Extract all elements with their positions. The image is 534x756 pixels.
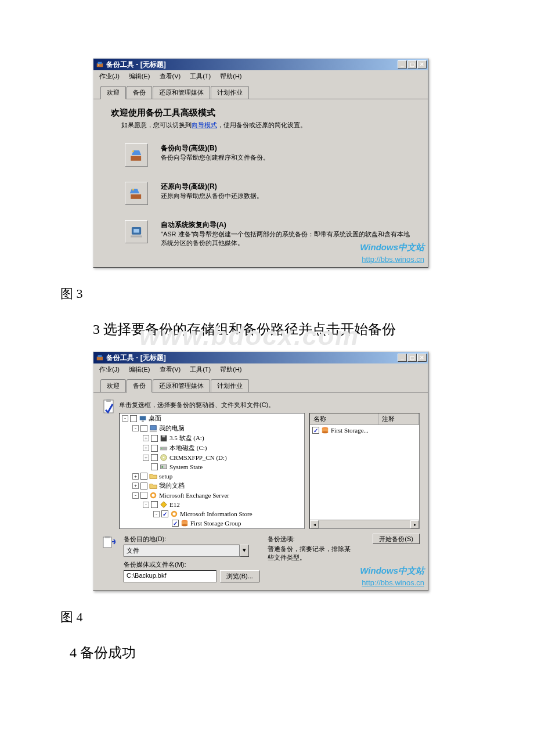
tree-item[interactable]: +本地磁盘 (C:) xyxy=(143,443,304,453)
tab-welcome[interactable]: 欢迎 xyxy=(100,379,126,392)
asr-wizard-icon[interactable] xyxy=(125,220,148,243)
media-input[interactable]: C:\Backup.bkf xyxy=(124,570,217,582)
tree-item[interactable]: -Microsoft Exchange Server xyxy=(132,491,304,500)
twist-icon[interactable]: + xyxy=(132,473,139,480)
twist-icon[interactable]: - xyxy=(122,415,128,422)
figure-3-caption: 图 3 xyxy=(60,285,534,303)
menu-job[interactable]: 作业(J) xyxy=(96,365,123,375)
tree-item-label: System State xyxy=(169,463,203,470)
tree-item[interactable]: +setup xyxy=(132,471,304,481)
svg-point-33 xyxy=(182,524,188,527)
tree-checkbox[interactable] xyxy=(130,415,137,422)
tree-checkbox[interactable] xyxy=(151,445,158,452)
menu-edit[interactable]: 编辑(E) xyxy=(125,71,154,81)
close-button[interactable]: ✕ xyxy=(417,60,427,69)
start-backup-button[interactable]: 开始备份(S) xyxy=(373,534,420,544)
tab-schedule[interactable]: 计划作业 xyxy=(211,86,249,99)
tree-item[interactable]: +CRMSXFPP_CN (D:) xyxy=(143,453,304,462)
backup-wizard-icon[interactable] xyxy=(125,143,148,167)
dest-select[interactable]: 文件 xyxy=(124,545,240,557)
wizard-mode-link[interactable]: 向导模式 xyxy=(192,121,217,128)
tree-checkbox[interactable] xyxy=(151,435,158,442)
tree-item[interactable]: System State xyxy=(143,462,304,471)
window-title: 备份工具 - [无标题] xyxy=(106,353,398,363)
col-name[interactable]: 名称 xyxy=(310,413,378,424)
backup-tree[interactable]: -桌面-我的电脑+3.5 软盘 (A:)+本地磁盘 (C:)+CRMSXFPP_… xyxy=(119,413,305,529)
twist-icon[interactable]: + xyxy=(132,483,139,489)
svg-rect-15 xyxy=(140,416,146,420)
tab-welcome[interactable]: 欢迎 xyxy=(100,86,126,99)
titlebar[interactable]: 备份工具 - [无标题] _ ▢ ✕ xyxy=(93,59,428,70)
tree-checkbox[interactable] xyxy=(151,501,158,508)
tree-item[interactable]: +我的文档 xyxy=(132,481,304,491)
twist-icon[interactable]: + xyxy=(143,455,149,461)
tree-item-label: setup xyxy=(159,473,172,480)
dest-dropdown-button[interactable]: ▾ xyxy=(240,545,249,557)
scroll-left-button[interactable]: ◂ xyxy=(310,520,319,528)
menu-help[interactable]: 帮助(H) xyxy=(217,71,245,81)
menu-help[interactable]: 帮助(H) xyxy=(217,365,245,375)
maximize-button[interactable]: ▢ xyxy=(407,60,417,69)
tree-checkbox[interactable] xyxy=(151,454,158,461)
tree-item[interactable]: -桌面 xyxy=(122,413,304,423)
tree-checkbox[interactable] xyxy=(161,510,168,517)
svg-point-37 xyxy=(322,431,329,434)
tab-restore[interactable]: 还原和管理媒体 xyxy=(153,86,210,99)
tree-item[interactable]: First Storage Group xyxy=(164,519,304,528)
list-item-label: First Storage... xyxy=(331,427,369,434)
close-button[interactable]: ✕ xyxy=(417,354,427,362)
storage-icon xyxy=(181,519,189,527)
option-restore-desc: 还原向导帮助您从备份中还原数据。 xyxy=(161,192,263,199)
option-restore-title: 还原向导(高级)(R) xyxy=(161,182,263,192)
twist-icon[interactable]: - xyxy=(132,492,139,499)
twist-icon[interactable]: + xyxy=(143,435,149,441)
twist-icon[interactable]: - xyxy=(153,511,160,517)
twist-icon[interactable]: + xyxy=(143,445,149,451)
svg-point-7 xyxy=(132,189,134,190)
tree-item[interactable]: -E12 xyxy=(143,500,304,509)
tree-item-label: First Storage Group xyxy=(190,520,241,527)
tree-checkbox[interactable] xyxy=(140,473,147,480)
tree-checkbox[interactable] xyxy=(151,463,158,470)
menu-edit[interactable]: 编辑(E) xyxy=(125,365,154,375)
tree-item[interactable]: +网上邻居 xyxy=(132,528,304,529)
tree-item-label: Microsoft Information Store xyxy=(180,510,252,517)
list-item[interactable]: First Storage... xyxy=(312,426,417,434)
titlebar[interactable]: 备份工具 - [无标题] _ ▢ ✕ xyxy=(93,352,428,363)
tab-restore[interactable]: 还原和管理媒体 xyxy=(153,379,210,392)
menu-view[interactable]: 查看(V) xyxy=(156,365,185,375)
col-comment[interactable]: 注释 xyxy=(378,413,419,424)
tab-backup[interactable]: 备份 xyxy=(127,86,152,99)
menu-view[interactable]: 查看(V) xyxy=(156,71,185,81)
twist-icon[interactable]: - xyxy=(132,425,139,431)
tab-backup[interactable]: 备份 xyxy=(127,379,152,393)
scroll-right-button[interactable]: ▸ xyxy=(410,520,419,528)
list-checkbox[interactable] xyxy=(312,427,319,434)
maximize-button[interactable]: ▢ xyxy=(407,354,417,362)
tree-checkbox[interactable] xyxy=(140,483,147,489)
twist-icon[interactable]: - xyxy=(143,502,149,508)
folder-icon xyxy=(149,482,157,490)
tree-item[interactable]: -Microsoft Information Store xyxy=(153,509,304,519)
clipboard-icon xyxy=(102,398,116,415)
minimize-button[interactable]: _ xyxy=(398,354,407,362)
welcome-subtitle: 如果愿意，您可以切换到向导模式，使用备份或还原的简化设置。 xyxy=(102,121,420,140)
tab-bar: 欢迎 备份 还原和管理媒体 计划作业 xyxy=(93,82,428,99)
svg-point-28 xyxy=(151,494,154,496)
restore-wizard-icon[interactable] xyxy=(125,182,148,205)
tree-checkbox[interactable] xyxy=(140,492,147,499)
menu-job[interactable]: 作业(J) xyxy=(96,71,123,81)
browse-button[interactable]: 浏览(B)... xyxy=(220,570,259,582)
tree-checkbox[interactable] xyxy=(140,425,147,432)
tab-schedule[interactable]: 计划作业 xyxy=(211,379,249,392)
app-icon xyxy=(96,354,104,362)
horizontal-scrollbar[interactable]: ◂ ▸ xyxy=(310,520,419,528)
menu-tools[interactable]: 工具(T) xyxy=(186,365,214,375)
menu-tools[interactable]: 工具(T) xyxy=(186,71,214,81)
tree-item[interactable]: +3.5 软盘 (A:) xyxy=(143,433,304,443)
backup-list[interactable]: 名称 注释 First Storage... ◂ ▸ xyxy=(309,413,420,529)
tree-checkbox[interactable] xyxy=(172,520,179,527)
minimize-button[interactable]: _ xyxy=(398,60,407,69)
svg-rect-20 xyxy=(162,435,165,437)
tree-item[interactable]: -我的电脑 xyxy=(132,423,304,433)
